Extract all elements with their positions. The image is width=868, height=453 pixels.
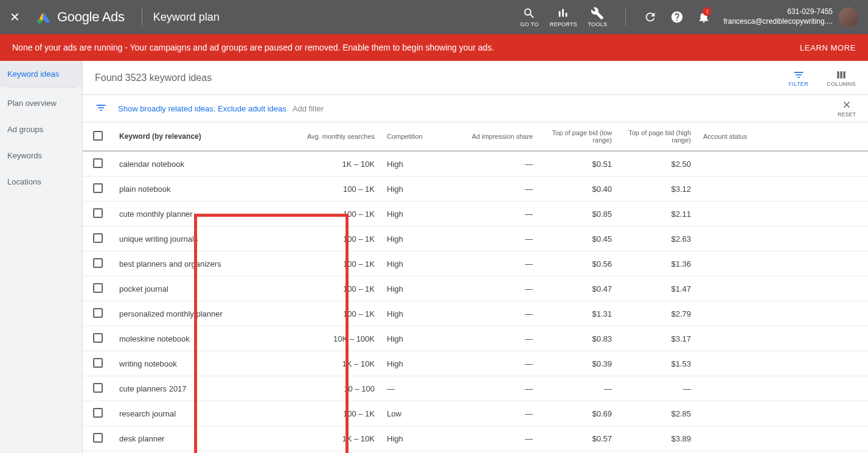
- cell-searches: 10K – 100K: [271, 334, 381, 343]
- col-bid-high[interactable]: Top of page bid (high range): [618, 124, 697, 149]
- alert-banner: None of your ads are running - Your camp…: [0, 34, 868, 61]
- cell-bid-low: $0.56: [539, 259, 618, 269]
- cell-searches: 100 – 1K: [271, 209, 381, 219]
- table-row[interactable]: plain notebook100 – 1KHigh—$0.40$3.12: [83, 177, 868, 202]
- learn-more-link[interactable]: LEARN MORE: [800, 43, 856, 52]
- cell-competition: —: [381, 384, 460, 393]
- col-searches[interactable]: Avg. monthly searches: [271, 128, 381, 145]
- row-checkbox[interactable]: [93, 233, 103, 243]
- col-competition[interactable]: Competition: [381, 128, 460, 145]
- cell-bid-low: $0.45: [539, 234, 618, 244]
- table-row[interactable]: personalized monthly planner100 – 1KHigh…: [83, 301, 868, 326]
- cell-impression: —: [460, 284, 539, 293]
- cell-competition: Low: [381, 409, 460, 418]
- row-checkbox[interactable]: [93, 258, 103, 268]
- notifications-button[interactable]: !: [690, 0, 717, 34]
- help-button[interactable]: [664, 0, 690, 34]
- row-checkbox[interactable]: [93, 433, 103, 443]
- cell-impression: —: [460, 334, 539, 343]
- columns-icon: [835, 69, 847, 81]
- col-status[interactable]: Account status: [697, 128, 819, 145]
- funnel-icon[interactable]: [95, 102, 107, 116]
- cell-bid-low: $0.85: [539, 209, 618, 219]
- close-icon[interactable]: ✕: [0, 10, 29, 24]
- cell-keyword: moleskine notebook: [113, 334, 271, 343]
- results-header: Found 3523 keyword ideas FILTER COLUMNS: [83, 61, 868, 95]
- divider: [142, 8, 142, 26]
- cell-competition: High: [381, 309, 460, 318]
- wrench-icon: [591, 7, 604, 20]
- sidebar-item-keywords[interactable]: Keywords: [0, 142, 82, 169]
- cell-competition: High: [381, 359, 460, 368]
- cell-keyword: plain notebook: [113, 184, 271, 194]
- cell-competition: High: [381, 434, 460, 443]
- filter-toggle[interactable]: FILTER: [788, 69, 808, 87]
- table-row[interactable]: research journal100 – 1KLow—$0.69$2.85: [83, 401, 868, 426]
- cell-searches: 100 – 1K: [271, 184, 381, 194]
- row-checkbox[interactable]: [93, 308, 103, 318]
- table-row[interactable]: cute planners 201710 – 100————: [83, 376, 868, 401]
- sidebar-item-plan-overview[interactable]: Plan overview: [0, 90, 82, 116]
- tools-button[interactable]: TOOLS: [580, 0, 614, 34]
- page-title: Keyword plan: [153, 11, 220, 24]
- sidebar-item-locations[interactable]: Locations: [0, 169, 82, 195]
- select-all-checkbox[interactable]: [93, 131, 103, 141]
- row-checkbox[interactable]: [93, 383, 103, 393]
- table-row[interactable]: unique writing journals100 – 1KHigh—$0.4…: [83, 226, 868, 251]
- row-checkbox[interactable]: [93, 183, 103, 193]
- cell-keyword: research journal: [113, 409, 271, 418]
- add-filter[interactable]: Add filter: [293, 104, 324, 113]
- close-icon: [841, 99, 852, 110]
- google-ads-logo[interactable]: Google Ads: [29, 9, 131, 26]
- col-keyword[interactable]: Keyword (by relevance): [113, 127, 271, 146]
- table-row[interactable]: cute monthly planner100 – 1KHigh—$0.85$2…: [83, 202, 868, 226]
- row-checkbox[interactable]: [93, 283, 103, 293]
- row-checkbox[interactable]: [93, 158, 103, 168]
- cell-competition: High: [381, 160, 460, 169]
- cell-competition: High: [381, 209, 460, 219]
- table-row[interactable]: calendar notebook1K – 10KHigh—$0.51$2.50: [83, 152, 868, 177]
- table-row[interactable]: moleskine notebook10K – 100KHigh—$0.83$3…: [83, 326, 868, 351]
- sidebar-item-ad-groups[interactable]: Ad groups: [0, 116, 82, 142]
- table-row[interactable]: best planners and organizers100 – 1KHigh…: [83, 251, 868, 276]
- reports-button[interactable]: REPORTS: [546, 0, 580, 34]
- cell-impression: —: [460, 434, 539, 443]
- filter-bar: Show broadly related ideas; Exclude adul…: [83, 95, 868, 122]
- row-checkbox[interactable]: [93, 408, 103, 418]
- refresh-icon: [644, 10, 657, 24]
- cell-bid-high: $2.11: [618, 209, 697, 219]
- cell-impression: —: [460, 359, 539, 368]
- ads-logo-icon: [35, 9, 52, 26]
- cell-searches: 10 – 100: [271, 384, 381, 393]
- search-icon: [523, 7, 536, 20]
- cell-bid-high: $2.85: [618, 409, 697, 418]
- svg-point-0: [38, 19, 42, 24]
- col-impression[interactable]: Ad impression share: [460, 128, 539, 145]
- alert-bold: None of your ads are running: [12, 43, 122, 52]
- cell-impression: —: [460, 259, 539, 269]
- columns-toggle[interactable]: COLUMNS: [827, 69, 856, 87]
- avatar[interactable]: [839, 7, 858, 27]
- col-bid-low[interactable]: Top of page bid (low range): [539, 124, 618, 149]
- keyword-table: Keyword (by relevance) Avg. monthly sear…: [83, 122, 868, 451]
- cell-competition: High: [381, 234, 460, 244]
- found-count: Found 3523 keyword ideas: [95, 72, 212, 83]
- refresh-button[interactable]: [637, 0, 664, 34]
- account-info[interactable]: 631-029-7455 francesca@crediblecopywriti…: [717, 7, 839, 26]
- divider: [625, 8, 626, 26]
- table-row[interactable]: pocket journal100 – 1KHigh—$0.47$1.47: [83, 276, 868, 301]
- cell-keyword: cute monthly planner: [113, 209, 271, 219]
- cell-searches: 1K – 10K: [271, 434, 381, 443]
- goto-button[interactable]: GO TO: [512, 0, 546, 34]
- reset-button[interactable]: RESET: [838, 99, 856, 118]
- table-row[interactable]: desk planner1K – 10KHigh—$0.57$3.89: [83, 426, 868, 451]
- cell-competition: High: [381, 284, 460, 293]
- cell-searches: 1K – 10K: [271, 160, 381, 169]
- sidebar-item-keyword-ideas[interactable]: Keyword ideas: [0, 61, 82, 87]
- row-checkbox[interactable]: [93, 358, 103, 368]
- cell-keyword: personalized monthly planner: [113, 309, 271, 318]
- table-row[interactable]: writing notebook1K – 10KHigh—$0.39$1.53: [83, 351, 868, 376]
- filter-chips-link[interactable]: Show broadly related ideas; Exclude adul…: [118, 104, 286, 113]
- row-checkbox[interactable]: [93, 208, 103, 218]
- row-checkbox[interactable]: [93, 333, 103, 343]
